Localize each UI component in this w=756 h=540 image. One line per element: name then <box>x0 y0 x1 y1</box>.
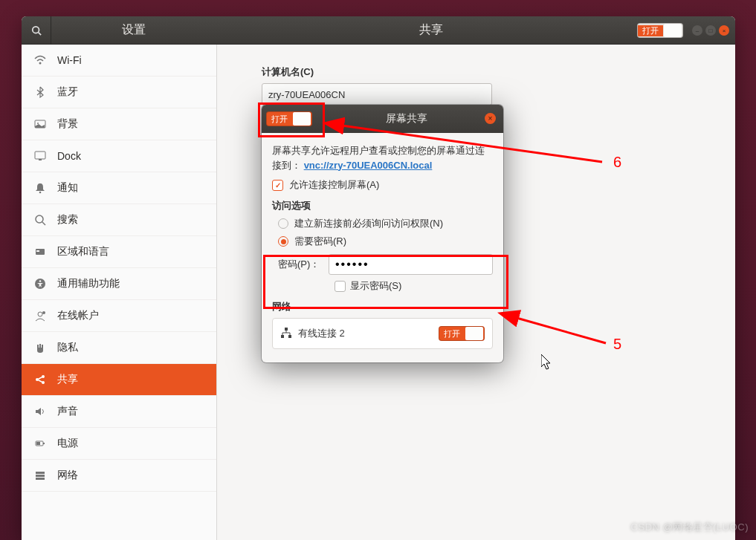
sidebar-item-sharing[interactable]: 共享 <box>22 364 216 396</box>
sidebar-item-power[interactable]: 电源 <box>22 428 216 460</box>
allow-control-checkbox[interactable]: ✓ <box>272 180 283 191</box>
annotation-text-6: 6 <box>613 154 621 171</box>
svg-rect-29 <box>288 335 291 338</box>
switch-handle <box>664 24 682 37</box>
dialog-enable-switch[interactable]: 打开 <box>266 111 312 126</box>
show-password-row[interactable]: 显示密码(S) <box>335 279 493 293</box>
svg-point-2 <box>39 62 42 65</box>
switch-label: 打开 <box>267 114 292 125</box>
sidebar-item-sound[interactable]: 声音 <box>22 396 216 428</box>
background-icon <box>33 117 47 131</box>
svg-point-13 <box>39 280 42 282</box>
show-password-label: 显示密码(S) <box>350 279 401 293</box>
mouse-cursor <box>541 354 553 372</box>
svg-rect-28 <box>281 335 284 338</box>
svg-line-1 <box>38 32 41 35</box>
titlebar-main-title: 共享 <box>216 22 646 38</box>
radio-ask-row[interactable]: 建立新连接前必须询问访问权限(N) <box>278 217 493 230</box>
share-icon <box>33 373 47 386</box>
dock-icon <box>33 149 47 163</box>
sidebar-item-label: 背景 <box>57 117 78 131</box>
sidebar-item-privacy[interactable]: 隐私 <box>22 332 216 364</box>
svg-line-20 <box>39 380 42 382</box>
sidebar-item-label: Wi-Fi <box>57 54 82 66</box>
sidebar-item-label: 在线帐户 <box>57 309 99 322</box>
svg-rect-24 <box>36 472 45 474</box>
sidebar-item-dock[interactable]: Dock <box>22 140 216 172</box>
radio-password-label: 需要密码(R) <box>294 235 346 248</box>
screen-sharing-dialog: 打开 屏幕共享 × 屏幕共享允许远程用户查看或控制您的屏幕通过连接到： vnc:… <box>262 105 503 362</box>
switch-handle <box>293 112 311 126</box>
sidebar[interactable]: Wi-Fi 蓝牙 背景 Dock 通知 搜索 <box>22 45 217 540</box>
sidebar-item-wifi[interactable]: Wi-Fi <box>22 45 216 77</box>
sidebar-item-region[interactable]: 区域和语言 <box>22 236 216 268</box>
sidebar-item-label: 蓝牙 <box>57 85 78 99</box>
sidebar-item-label: 声音 <box>57 405 78 418</box>
maximize-button[interactable]: □ <box>705 25 716 36</box>
svg-point-15 <box>42 311 45 314</box>
svg-rect-23 <box>36 442 40 445</box>
svg-line-9 <box>42 222 45 225</box>
svg-rect-11 <box>36 250 39 252</box>
hand-icon <box>33 341 47 354</box>
online-accounts-icon <box>33 309 47 322</box>
sidebar-item-background[interactable]: 背景 <box>22 108 216 140</box>
password-label: 密码(P)： <box>278 258 323 271</box>
network-name: 有线连接 2 <box>298 327 345 340</box>
svg-rect-27 <box>285 328 288 331</box>
annotation-text-5: 5 <box>613 336 621 353</box>
computer-name-input[interactable] <box>262 83 492 105</box>
radio-password[interactable] <box>278 236 288 247</box>
sidebar-item-label: 通用辅助功能 <box>57 277 120 290</box>
network-icon <box>33 469 47 482</box>
sidebar-item-label: 网络 <box>57 469 78 482</box>
show-password-checkbox[interactable] <box>335 281 346 292</box>
radio-ask[interactable] <box>278 218 288 229</box>
search-button[interactable] <box>22 16 51 45</box>
region-icon <box>33 245 47 258</box>
search-icon <box>31 25 42 36</box>
svg-point-7 <box>39 192 42 194</box>
ethernet-icon <box>280 327 292 341</box>
dialog-title: 屏幕共享 <box>326 112 503 126</box>
radio-password-row[interactable]: 需要密码(R) <box>278 235 493 248</box>
power-icon <box>33 437 47 450</box>
sidebar-item-accessibility[interactable]: 通用辅助功能 <box>22 268 216 300</box>
svg-rect-5 <box>35 152 45 159</box>
sidebar-item-network[interactable]: 网络 <box>22 460 216 492</box>
password-input[interactable] <box>329 254 493 275</box>
dialog-close-button[interactable]: × <box>485 113 496 124</box>
sidebar-item-bluetooth[interactable]: 蓝牙 <box>22 77 216 108</box>
computer-name-label: 计算机名(C) <box>262 65 691 79</box>
wifi-icon <box>33 53 47 67</box>
switch-handle <box>465 327 483 340</box>
minimize-button[interactable]: – <box>692 25 702 36</box>
svg-point-0 <box>32 26 39 33</box>
network-section-title: 网络 <box>272 300 493 313</box>
sidebar-item-label: 电源 <box>57 437 78 450</box>
switch-label: 打开 <box>638 25 663 36</box>
network-row: 有线连接 2 打开 <box>272 318 493 349</box>
watermark: CSDN @网络星空(LUOC) <box>631 521 749 534</box>
svg-point-4 <box>37 123 39 124</box>
access-section-title: 访问选项 <box>272 199 493 212</box>
global-share-switch[interactable]: 打开 <box>637 23 683 38</box>
svg-rect-26 <box>36 478 45 480</box>
vnc-link[interactable]: vnc://zry-70UEA006CN.local <box>304 160 433 171</box>
titlebar-left-title: 设置 <box>51 22 216 38</box>
bell-icon <box>33 181 47 195</box>
svg-line-19 <box>39 377 42 379</box>
close-button[interactable]: × <box>719 25 729 36</box>
accessibility-icon <box>33 277 47 290</box>
radio-ask-label: 建立新连接前必须询问访问权限(N) <box>294 217 443 230</box>
bluetooth-icon <box>33 85 47 99</box>
titlebar: 设置 共享 打开 – □ × <box>22 16 735 45</box>
network-switch[interactable]: 打开 <box>439 326 485 341</box>
sidebar-item-online-accounts[interactable]: 在线帐户 <box>22 300 216 332</box>
allow-control-row[interactable]: ✓ 允许连接控制屏幕(A) <box>272 178 493 192</box>
sidebar-item-notifications[interactable]: 通知 <box>22 172 216 204</box>
svg-point-8 <box>36 215 43 223</box>
dialog-description: 屏幕共享允许远程用户查看或控制您的屏幕通过连接到： vnc://zry-70UE… <box>272 143 493 172</box>
password-row: 密码(P)： <box>278 254 493 275</box>
sidebar-item-search[interactable]: 搜索 <box>22 204 216 236</box>
